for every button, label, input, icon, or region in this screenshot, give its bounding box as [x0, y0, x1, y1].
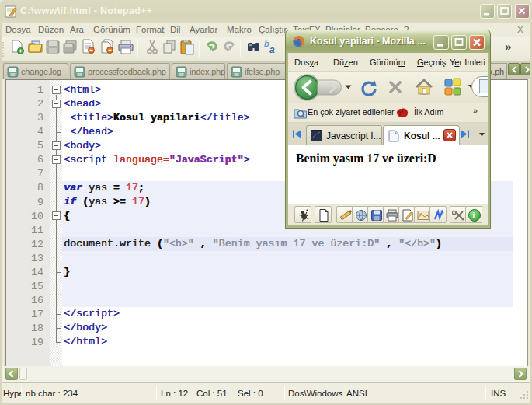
svg-text:i: i [473, 211, 475, 220]
svg-text:a: a [269, 44, 275, 55]
svg-text:b: b [264, 39, 269, 48]
